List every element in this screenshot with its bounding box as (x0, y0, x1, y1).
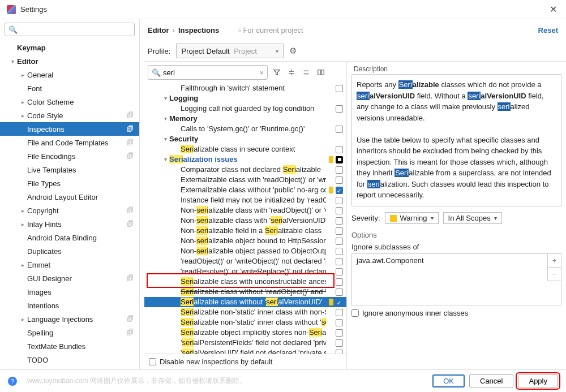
inspection-checkbox[interactable] (336, 217, 343, 225)
sidebar-item-color-scheme[interactable]: ▸Color Scheme (0, 95, 139, 109)
inspection-checkbox[interactable] (336, 238, 343, 245)
sidebar-item-gui-designer[interactable]: GUI Designer🗐 (0, 272, 139, 285)
ok-button[interactable]: OK (432, 374, 465, 387)
remove-class-button[interactable]: − (547, 268, 561, 281)
sidebar-item-textmate-bundles[interactable]: TextMate Bundles (0, 339, 139, 353)
inspection-checkbox[interactable] (336, 299, 343, 306)
collapse-all-icon[interactable] (301, 67, 312, 78)
view-mode-icon[interactable] (315, 67, 327, 78)
inspection-row[interactable]: Serializable class without 'readObject()… (144, 287, 346, 297)
sidebar-search-input[interactable] (20, 25, 131, 34)
inspection-checkbox[interactable] (336, 207, 343, 214)
inspection-row[interactable]: Serializable non-'static' inner class wi… (144, 307, 346, 317)
inspection-row[interactable]: Serializable non-'static' inner class wi… (144, 317, 346, 328)
cancel-button[interactable]: Cancel (469, 374, 513, 387)
ignore-anonymous-checkbox[interactable] (351, 309, 359, 317)
inspection-row[interactable]: Logging call not guarded by log conditio… (144, 104, 346, 114)
sidebar-item-live-templates[interactable]: Live Templates (0, 163, 139, 176)
sidebar-item-keymap[interactable]: Keymap (0, 41, 139, 54)
clear-search-icon[interactable]: × (259, 68, 264, 77)
inspection-row[interactable]: 'readResolve()' or 'writeReplace()' not … (144, 266, 346, 277)
sidebar-item-intentions[interactable]: Intentions (0, 299, 139, 312)
inspection-row[interactable]: Instance field may not be initialized by… (144, 195, 346, 205)
inspection-row[interactable]: Serializable object implicitly stores no… (144, 328, 346, 338)
inspection-row[interactable]: Serializable class without 'serialVersio… (144, 297, 346, 307)
sidebar-item-file-encodings[interactable]: File Encodings🗐 (0, 149, 139, 163)
inspection-row[interactable]: Externalizable class without 'public' no… (144, 185, 346, 195)
inspection-checkbox[interactable] (336, 166, 343, 174)
disable-new-checkbox[interactable] (149, 358, 156, 365)
inspections-tree[interactable]: Fallthrough in 'switch' statement▾Loggin… (144, 83, 346, 354)
sidebar-item-android-data-binding[interactable]: Android Data Binding (0, 231, 139, 244)
sidebar-item-copyright[interactable]: ▸Copyright🗐 (0, 204, 139, 217)
inspection-row[interactable]: Non-serializable object bound to HttpSes… (144, 236, 346, 246)
inspection-row[interactable]: Externalizable class with 'readObject()'… (144, 175, 346, 185)
filter-icon[interactable] (271, 67, 282, 78)
sidebar-item-editor[interactable]: ▾Editor (0, 54, 139, 68)
sidebar-item-general[interactable]: ▸General (0, 68, 139, 81)
scope-dropdown[interactable]: In All Scopes ▾ (443, 212, 502, 224)
ignore-subclasses-list[interactable]: java.awt.Component + − (351, 253, 561, 305)
sidebar-item-android-layout-editor[interactable]: Android Layout Editor (0, 190, 139, 204)
sidebar-search[interactable]: 🔍 (5, 23, 135, 36)
inspection-checkbox[interactable] (336, 278, 343, 286)
inspection-checkbox[interactable] (336, 156, 343, 163)
inspection-checkbox[interactable] (336, 329, 343, 337)
sidebar-item-file-types[interactable]: File Types (0, 176, 139, 190)
inspection-row[interactable]: 'serialPersistentFields' field not decla… (144, 338, 346, 348)
inspection-checkbox[interactable] (336, 268, 343, 275)
inspection-row[interactable]: Non-serializable class with 'serialVersi… (144, 216, 346, 226)
inspection-row[interactable]: Comparator class not declared Serializab… (144, 165, 346, 175)
severity-dropdown[interactable]: Warning ▾ (385, 212, 439, 224)
inspections-search-input[interactable] (163, 68, 259, 77)
sidebar-item-inlay-hints[interactable]: ▸Inlay Hints🗐 (0, 217, 139, 231)
breadcrumb-editor[interactable]: Editor (148, 26, 169, 35)
sidebar-item-duplicates[interactable]: Duplicates (0, 244, 139, 258)
inspection-row[interactable]: ▾Security (144, 134, 346, 144)
inspection-row[interactable]: ▾Serialization issues (144, 154, 346, 165)
inspection-row[interactable]: Calls to 'System.gc()' or 'Runtime.gc()' (144, 124, 346, 134)
inspection-checkbox[interactable] (336, 176, 343, 184)
inspection-checkbox[interactable] (336, 227, 343, 235)
inspection-row[interactable]: Non-serializable object passed to Object… (144, 246, 346, 256)
sidebar-item-font[interactable]: Font (0, 81, 139, 95)
apply-button[interactable]: Apply (518, 374, 558, 387)
profile-dropdown[interactable]: Project Default Project ▾ (176, 44, 284, 58)
inspection-row[interactable]: 'readObject()' or 'writeObject()' not de… (144, 256, 346, 266)
profile-settings-gear[interactable]: ⚙ (289, 46, 297, 56)
inspection-row[interactable]: ▾Logging (144, 93, 346, 104)
add-class-button[interactable]: + (547, 254, 561, 268)
inspection-checkbox[interactable] (336, 319, 343, 326)
class-item[interactable]: java.awt.Component (357, 256, 543, 265)
inspection-checkbox[interactable] (336, 309, 343, 316)
inspection-checkbox[interactable] (336, 187, 343, 194)
inspection-checkbox[interactable] (336, 197, 343, 204)
sidebar-item-spelling[interactable]: Spelling🗐 (0, 326, 139, 339)
inspection-row[interactable]: Fallthrough in 'switch' statement (144, 83, 346, 93)
inspection-checkbox[interactable] (336, 288, 343, 296)
inspection-row[interactable]: Serializable class with unconstructable … (144, 277, 346, 287)
inspection-checkbox[interactable] (336, 105, 343, 113)
inspection-checkbox[interactable] (336, 85, 343, 92)
inspection-row[interactable]: Non-serializable class with 'readObject(… (144, 205, 346, 216)
expand-all-icon[interactable] (286, 67, 297, 78)
inspection-row[interactable]: 'serialVersionUID' field not declared 'p… (144, 348, 346, 354)
sidebar-item-inspections[interactable]: Inspections🗐 (0, 122, 139, 136)
inspection-checkbox[interactable] (336, 126, 343, 133)
inspections-search[interactable]: 🔍 × (148, 65, 268, 80)
sidebar-item-file-and-code-templates[interactable]: File and Code Templates🗐 (0, 136, 139, 149)
inspection-row[interactable]: Non-serializable field in a Serializable… (144, 226, 346, 236)
sidebar-item-language-injections[interactable]: ▸Language Injections🗐 (0, 312, 139, 326)
sidebar-item-code-style[interactable]: ▸Code Style🗐 (0, 109, 139, 122)
inspection-row[interactable]: ▾Memory (144, 114, 346, 124)
reset-button[interactable]: Reset (538, 26, 558, 35)
sidebar-item-images[interactable]: Images (0, 285, 139, 299)
sidebar-item-emmet[interactable]: ▸Emmet (0, 258, 139, 272)
help-icon[interactable]: ? (8, 377, 17, 386)
sidebar-item-todo[interactable]: TODO (0, 353, 139, 367)
inspection-checkbox[interactable] (336, 146, 343, 153)
inspection-checkbox[interactable] (336, 339, 343, 347)
breadcrumb-inspections[interactable]: Inspections (178, 26, 219, 35)
inspection-checkbox[interactable] (336, 258, 343, 265)
inspection-row[interactable]: Serializable class in secure context (144, 144, 346, 154)
